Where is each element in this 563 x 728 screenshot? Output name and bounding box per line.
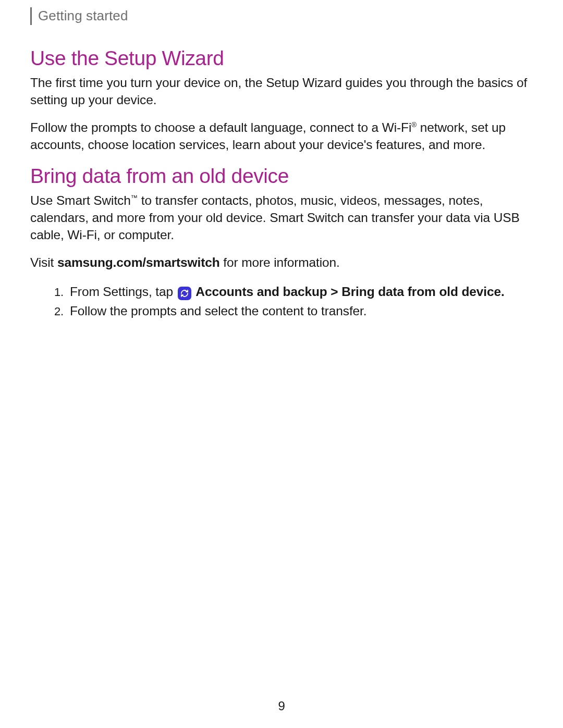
trademark-mark: ™ [131,194,138,202]
list-item: From Settings, tap Accounts and backup >… [67,282,533,302]
body-text-run: Use Smart Switch [30,193,131,207]
body-text: Visit samsung.com/smartswitch for more i… [30,254,533,271]
section-title-bring-data: Bring data from an old device [30,165,533,188]
visit-prefix: Visit [30,255,57,269]
visit-suffix: for more information. [220,255,340,269]
page: Getting started Use the Setup Wizard The… [0,0,563,728]
step-prefix: From Settings, tap [70,285,177,299]
content: Use the Setup Wizard The first time you … [30,0,533,321]
steps-list: From Settings, tap Accounts and backup >… [30,282,533,322]
step-bold-path: Accounts and backup > Bring data from ol… [195,285,504,299]
section-title-setup-wizard: Use the Setup Wizard [30,47,533,70]
body-text: Follow the prompts to choose a default l… [30,119,533,153]
sync-icon [178,287,191,300]
body-text: The first time you turn your device on, … [30,74,533,108]
list-item: Follow the prompts and select the conten… [67,301,533,321]
breadcrumb: Getting started [30,7,128,25]
visit-link-text: samsung.com/smartswitch [57,255,220,269]
body-text: Use Smart Switch™ to transfer contacts, … [30,192,533,243]
registered-mark: ® [411,121,417,129]
page-number: 9 [0,699,563,713]
body-text-run: Follow the prompts to choose a default l… [30,120,411,134]
